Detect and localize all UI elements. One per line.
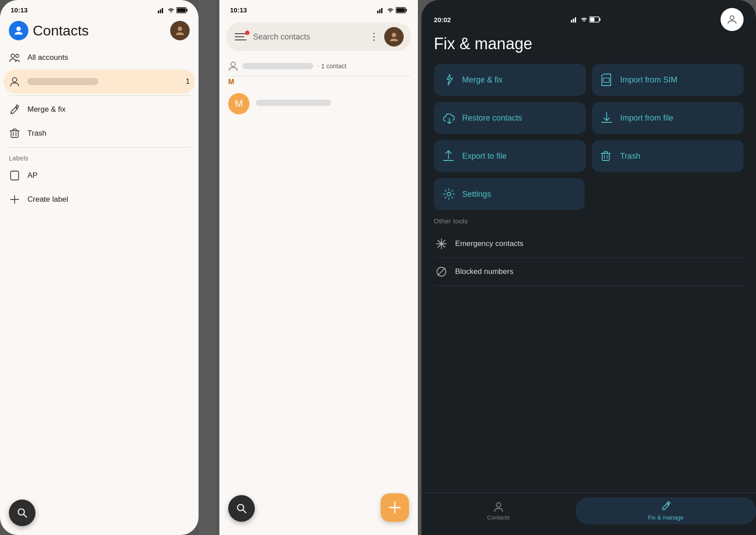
time-panel1: 10:13 xyxy=(11,6,27,14)
create-label-button[interactable]: Create label xyxy=(0,187,199,211)
p2-bottom xyxy=(219,486,418,535)
wifi-icon xyxy=(168,8,175,13)
svg-point-7 xyxy=(178,27,182,31)
svg-line-32 xyxy=(243,510,246,513)
contact-name-blurred xyxy=(256,100,331,106)
settings-button[interactable]: Settings xyxy=(434,178,585,210)
svg-point-51 xyxy=(440,243,443,245)
export-file-btn-label: Export to file xyxy=(462,152,507,161)
search-fab-panel1[interactable] xyxy=(9,500,35,526)
wifi-icon-p3 xyxy=(581,17,588,22)
signal-icon-p3 xyxy=(571,16,579,23)
svg-rect-36 xyxy=(573,19,574,23)
signal-icon-p2 xyxy=(377,7,385,13)
p3-button-grid: Merge & fix Import from SIM xyxy=(434,64,744,172)
import-sim-button[interactable]: Import from SIM xyxy=(592,64,744,96)
import-file-btn-label: Import from file xyxy=(620,113,674,123)
battery-icon xyxy=(176,7,188,13)
person-nav-icon xyxy=(493,501,504,512)
trash-button-p3[interactable]: Trash xyxy=(592,140,744,172)
p1-title-row: Contacts xyxy=(9,21,89,40)
sidebar-item-ap-label[interactable]: AP xyxy=(0,164,199,187)
import-file-button[interactable]: Import from file xyxy=(592,102,744,134)
contact-list-item[interactable]: M xyxy=(219,88,418,120)
contacts-tab-label: Contacts xyxy=(487,514,510,521)
svg-rect-22 xyxy=(381,8,382,13)
divider-2 xyxy=(9,147,190,148)
wrench-nav-icon xyxy=(660,501,671,512)
p3-bottom-nav: Contacts Fix & manage xyxy=(421,492,756,535)
import-sim-icon xyxy=(601,74,614,86)
sidebar-item-all-accounts[interactable]: All accounts xyxy=(0,46,199,70)
restore-contacts-button[interactable]: Restore contacts xyxy=(434,102,585,134)
svg-rect-5 xyxy=(177,8,186,12)
svg-rect-21 xyxy=(379,9,381,13)
contact-avatar-m: M xyxy=(228,93,249,114)
p1-bottom xyxy=(0,491,199,535)
cloud-restore-icon xyxy=(443,112,456,124)
add-icon-fab xyxy=(388,500,402,515)
blocked-numbers-label: Blocked numbers xyxy=(455,267,513,276)
blocked-numbers-item[interactable]: Blocked numbers xyxy=(434,258,744,286)
status-icons-panel2 xyxy=(377,7,407,13)
export-file-icon xyxy=(443,150,456,162)
svg-rect-1 xyxy=(160,9,161,13)
p1-header: Contacts xyxy=(0,17,199,46)
user-avatar-panel3[interactable] xyxy=(721,8,744,31)
labels-section-header: Labels xyxy=(0,149,199,164)
panel-gap-1 xyxy=(199,0,216,535)
status-icons-panel1 xyxy=(158,7,188,13)
snowflake-icon xyxy=(436,238,447,250)
svg-rect-20 xyxy=(377,11,378,13)
svg-point-46 xyxy=(447,192,451,196)
overflow-menu-button[interactable]: ⋮ xyxy=(369,31,379,43)
panel-search-contacts: 10:13 xyxy=(219,0,418,535)
emergency-contacts-label: Emergency contacts xyxy=(455,239,523,248)
user-avatar-panel2[interactable] xyxy=(384,27,404,47)
sim-card-icon xyxy=(601,74,612,86)
fix-manage-tab[interactable]: Fix & manage xyxy=(576,497,756,524)
add-contact-fab[interactable] xyxy=(381,493,409,522)
account-icon xyxy=(9,76,20,87)
panel-fix-manage: 20:02 xyxy=(421,0,756,535)
svg-point-8 xyxy=(11,54,15,58)
merge-fix-icon-p3 xyxy=(443,74,456,86)
contacts-tab[interactable]: Contacts xyxy=(421,497,575,524)
svg-rect-2 xyxy=(162,8,163,13)
search-input-label[interactable]: Search contacts xyxy=(253,32,364,42)
gear-icon xyxy=(443,188,455,200)
search-fab-panel2[interactable] xyxy=(228,495,255,522)
battery-icon-p3 xyxy=(589,16,601,23)
svg-rect-15 xyxy=(11,171,19,180)
p1-title-text: Contacts xyxy=(33,23,89,39)
time-panel3: 20:02 xyxy=(434,16,451,23)
status-icons-panel3 xyxy=(571,16,601,23)
trash-can-icon xyxy=(10,128,19,139)
trash-btn-label-p3: Trash xyxy=(620,152,640,161)
search-bar[interactable]: Search contacts ⋮ xyxy=(226,23,411,51)
svg-rect-4 xyxy=(187,9,188,12)
sidebar-item-merge-fix[interactable]: Merge & fix xyxy=(0,98,199,121)
merge-fix-label: Merge & fix xyxy=(27,105,66,114)
emergency-contacts-item[interactable]: Emergency contacts xyxy=(434,230,744,258)
create-label-text: Create label xyxy=(27,195,68,204)
sidebar-item-trash[interactable]: Trash xyxy=(0,121,199,145)
svg-line-53 xyxy=(438,268,445,275)
time-panel2: 10:13 xyxy=(230,6,247,14)
svg-point-41 xyxy=(730,16,734,20)
sidebar-item-account[interactable]: 1 xyxy=(4,70,195,94)
spark-icon xyxy=(443,74,455,86)
export-file-button[interactable]: Export to file xyxy=(434,140,585,172)
settings-icon xyxy=(443,188,456,200)
section-letter-m: M xyxy=(219,76,418,88)
avatar-icon-p3 xyxy=(726,14,738,25)
merge-fix-button[interactable]: Merge & fix xyxy=(434,64,585,96)
all-accounts-label: All accounts xyxy=(27,53,68,62)
panel-contacts-sidebar: 10:13 xyxy=(0,0,199,535)
user-avatar-panel1[interactable] xyxy=(170,21,190,40)
svg-rect-24 xyxy=(406,9,407,12)
svg-rect-42 xyxy=(603,78,609,82)
person-icon xyxy=(13,25,24,36)
search-icon-with-badge xyxy=(234,31,248,43)
bookmark-icon xyxy=(10,171,19,180)
